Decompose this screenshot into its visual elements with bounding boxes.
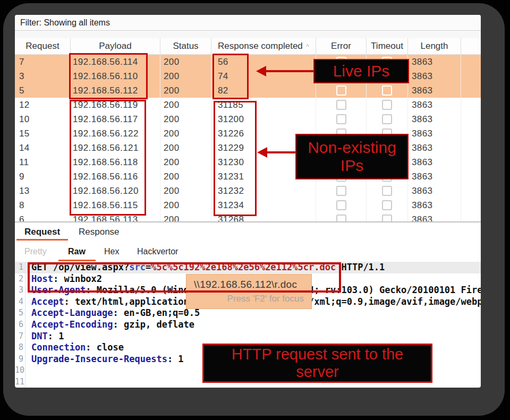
filter-bar[interactable]: Filter: Showing all items: [15, 15, 481, 31]
cell-length: 3863: [408, 141, 461, 155]
line-number: 4: [15, 296, 23, 308]
cell-timeout: [367, 198, 408, 212]
column-header-error[interactable]: Error: [316, 38, 367, 55]
error-checkbox: [336, 143, 346, 153]
code-line: 8Connection: close: [15, 342, 481, 354]
cell-timeout: [367, 155, 408, 169]
cell-request: 9: [15, 169, 71, 184]
table-row[interactable]: 14192.168.56.121200312293863: [15, 141, 481, 155]
cell-request: 12: [15, 98, 71, 112]
table-row[interactable]: 13192.168.56.120200312323863: [15, 184, 481, 198]
cell-response-completed: 31185: [211, 98, 316, 112]
cell-status: 200: [160, 83, 211, 98]
cell-response-completed: 31229: [211, 141, 316, 155]
cell-response-completed: 82: [211, 83, 316, 98]
line-number: 10: [15, 365, 23, 376]
subtab-pretty[interactable]: Pretty: [24, 247, 47, 256]
timeout-checkbox: [382, 128, 392, 139]
error-checkbox: [336, 128, 346, 139]
cell-request: 6: [15, 212, 71, 222]
column-header-payload[interactable]: Payload: [71, 38, 160, 55]
cell-error: [316, 112, 367, 126]
cell-spacer: [461, 69, 481, 83]
cell-response-completed: 31200: [211, 112, 316, 126]
cell-timeout: [367, 169, 408, 184]
cell-response-completed: 31232: [211, 184, 316, 198]
error-checkbox: [336, 200, 346, 210]
cell-timeout: [367, 212, 408, 222]
cell-timeout: [367, 126, 408, 141]
cell-status: 200: [160, 169, 211, 184]
code-line: 1GET /op/view.aspx?src=%5c%5c192%2e168%2…: [15, 262, 481, 273]
table-row[interactable]: 3192.168.56.110200743863: [15, 69, 481, 83]
cell-timeout: [367, 184, 408, 198]
table-row[interactable]: 5192.168.56.112200823863: [15, 83, 481, 98]
error-checkbox: [336, 172, 346, 182]
column-header-length[interactable]: Length: [408, 38, 461, 55]
table-row[interactable]: 7192.168.56.114200563863: [15, 55, 481, 69]
line-number: 8: [15, 342, 23, 354]
timeout-checkbox: [382, 172, 392, 182]
line-number: 7: [15, 331, 23, 342]
line-number: 3: [15, 285, 23, 296]
cell-length: 3863: [408, 55, 461, 69]
table-row[interactable]: 15192.168.56.122200312263863: [15, 126, 481, 141]
table-row[interactable]: 12192.168.56.119200311853863: [15, 98, 481, 112]
cell-spacer: [461, 155, 481, 169]
subtab-raw[interactable]: Raw: [68, 247, 86, 256]
error-checkbox: [336, 215, 346, 222]
cell-length: 3863: [408, 212, 461, 222]
cell-error: [316, 141, 367, 155]
intruder-results-window: Filter: Showing all items RequestPayload…: [15, 15, 481, 388]
timeout-checkbox: [382, 200, 392, 210]
cell-length: 3863: [408, 155, 461, 169]
subtab-hackvertor[interactable]: Hackvertor: [137, 247, 178, 256]
cell-payload: 192.168.56.120: [71, 184, 160, 198]
cell-payload: 192.168.56.122: [71, 126, 160, 141]
table-row[interactable]: 11192.168.56.118200312303863: [15, 155, 481, 169]
column-header-response-completed[interactable]: Response completed^: [211, 38, 316, 55]
cell-timeout: [367, 112, 408, 126]
column-header-timeout[interactable]: Timeout: [367, 38, 408, 55]
subtab-raw-underline: [58, 260, 96, 261]
line-number: 6: [15, 319, 23, 331]
code-line: 10: [15, 365, 481, 376]
code-line: 5Accept-Language: en-GB,en;q=0.5: [15, 307, 481, 319]
table-row[interactable]: 6192.168.56.113200312683863: [15, 212, 481, 222]
cell-spacer: [461, 98, 481, 112]
cell-payload: 192.168.56.121: [71, 141, 160, 155]
header-gap: [15, 31, 481, 38]
line-number: 2: [15, 273, 23, 285]
error-checkbox: [336, 100, 346, 110]
table-row[interactable]: 9192.168.56.116200312313863: [15, 169, 481, 184]
error-checkbox: [336, 71, 346, 81]
column-header-status[interactable]: Status: [160, 38, 211, 55]
tab-response[interactable]: Response: [79, 227, 120, 237]
error-checkbox: [336, 186, 346, 196]
tab-request[interactable]: Request: [24, 227, 60, 237]
timeout-checkbox: [382, 71, 392, 81]
cell-error: [316, 83, 367, 98]
code-line: 7DNT: 1: [15, 331, 481, 342]
cell-request: 14: [15, 141, 71, 155]
cell-length: 3863: [408, 198, 461, 212]
cell-error: [316, 69, 367, 83]
cell-response-completed: 31226: [211, 126, 316, 141]
cell-error: [316, 155, 367, 169]
cell-response-completed: 31268: [211, 212, 316, 222]
error-checkbox: [336, 114, 346, 124]
table-row[interactable]: 8192.168.56.115200312343863: [15, 198, 481, 212]
code-line: 11: [15, 376, 481, 388]
cell-status: 200: [160, 98, 211, 112]
subtab-hex[interactable]: Hex: [104, 247, 119, 256]
cell-error: [316, 98, 367, 112]
column-header-request[interactable]: Request: [15, 38, 71, 55]
cell-spacer: [461, 169, 481, 184]
cell-spacer: [461, 55, 481, 69]
cell-status: 200: [160, 155, 211, 169]
results-table-body: 7192.168.56.1142005638633192.168.56.1102…: [15, 55, 481, 222]
cell-error: [316, 55, 367, 69]
cell-request: 15: [15, 126, 71, 141]
error-checkbox: [336, 57, 346, 67]
table-row[interactable]: 10192.168.56.117200312003863: [15, 112, 481, 126]
